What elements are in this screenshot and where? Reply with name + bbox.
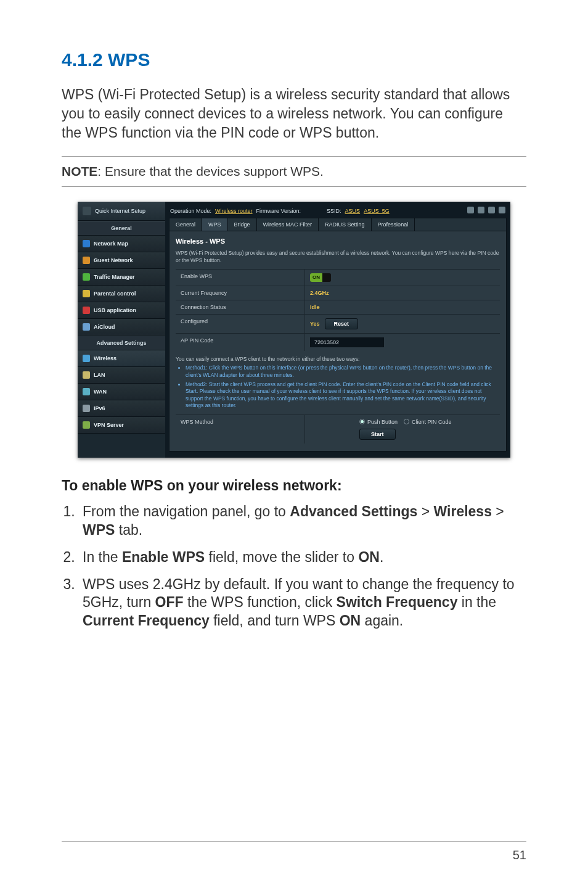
sidebar-group-general: General — [78, 221, 165, 236]
sidebar-item-aicloud[interactable]: AiCloud — [78, 319, 165, 336]
sidebar-item-lan[interactable]: LAN — [78, 367, 165, 384]
ssid-1[interactable]: ASUS — [345, 208, 361, 214]
qis-label: Quick Internet Setup — [95, 208, 145, 214]
tab-radius[interactable]: RADIUS Setting — [319, 218, 372, 231]
step-text: field, and turn WPS — [210, 613, 340, 629]
fw-label: Firmware Version: — [256, 208, 301, 214]
current-frequency-value: 2.4GHz — [310, 290, 329, 296]
traffic-icon — [83, 273, 90, 281]
quick-internet-setup[interactable]: Quick Internet Setup — [78, 202, 165, 221]
vpn-icon — [83, 421, 90, 429]
section-heading: 4.1.2 WPS — [62, 49, 526, 70]
method2-text: Method2: Start the client WPS process an… — [186, 381, 500, 410]
panel-description: WPS (Wi-Fi Protected Setup) provides eas… — [176, 250, 500, 264]
howto-heading: To enable WPS on your wireless network: — [62, 477, 526, 494]
wps-panel: Wireless - WPS WPS (Wi-Fi Protected Setu… — [169, 231, 507, 452]
note-text: : Ensure that the devices support WPS. — [97, 164, 324, 178]
step-bold: WPS — [83, 522, 115, 538]
row-enable-wps: Enable WPS ON — [176, 269, 500, 286]
ap-pin-label: AP PIN Code — [176, 334, 305, 351]
sidebar-group-advanced: Advanced Settings — [78, 336, 165, 350]
step-text: > — [417, 503, 433, 519]
network-icon — [83, 240, 90, 247]
copy-icon[interactable] — [478, 207, 484, 213]
main-panel: Operation Mode: Wireless router Firmware… — [165, 202, 510, 458]
row-configured: Configured Yes Reset — [176, 314, 500, 333]
opmode-link[interactable]: Wireless router — [215, 208, 253, 214]
ap-pin-value: 72013502 — [310, 337, 384, 347]
enable-wps-label: Enable WPS — [176, 270, 305, 286]
sidebar-item-label: LAN — [94, 372, 105, 378]
step-bold: Wireless — [434, 503, 492, 519]
step-text: tab. — [115, 522, 142, 538]
toggle-knob — [322, 273, 331, 282]
sidebar-item-ipv6[interactable]: IPv6 — [78, 400, 165, 417]
power-icon[interactable] — [499, 207, 505, 213]
tab-bridge[interactable]: Bridge — [228, 218, 257, 231]
opbar-icons — [467, 207, 505, 213]
step-1: From the navigation panel, go to Advance… — [79, 503, 526, 540]
tab-wps[interactable]: WPS — [202, 218, 228, 231]
step-text: In the — [83, 549, 122, 565]
steps-list: From the navigation panel, go to Advance… — [62, 503, 526, 630]
router-screenshot: Quick Internet Setup General Network Map… — [78, 202, 510, 458]
wps-method-label: WPS Method — [176, 415, 305, 444]
two-ways-text: You can easily connect a WPS client to t… — [176, 351, 500, 410]
tab-professional[interactable]: Professional — [372, 218, 415, 231]
sidebar-item-parental-control[interactable]: Parental control — [78, 286, 165, 302]
wand-icon — [83, 207, 91, 215]
row-ap-pin: AP PIN Code 72013502 — [176, 333, 500, 351]
tab-mac-filter[interactable]: Wireless MAC Filter — [257, 218, 319, 231]
signal-icon[interactable] — [488, 207, 495, 213]
sidebar-item-label: Network Map — [94, 241, 128, 247]
current-frequency-label: Current Frequency — [176, 286, 305, 300]
user-icon[interactable] — [467, 207, 474, 213]
step-bold: Enable WPS — [122, 549, 205, 565]
connection-status-value: Idle — [310, 304, 320, 310]
step-text: again. — [361, 613, 403, 629]
sidebar-item-label: Guest Network — [94, 257, 133, 263]
divider — [62, 156, 526, 157]
start-button[interactable]: Start — [359, 429, 396, 440]
step-text: in the — [457, 594, 496, 610]
ipv6-icon — [83, 405, 90, 412]
opmode-label: Operation Mode: — [170, 208, 211, 214]
sidebar-item-guest-network[interactable]: Guest Network — [78, 252, 165, 269]
sidebar-item-wireless[interactable]: Wireless — [78, 350, 165, 367]
sidebar-item-label: Wireless — [94, 355, 116, 361]
tabs: General WPS Bridge Wireless MAC Filter R… — [169, 218, 507, 231]
sidebar-item-label: AiCloud — [94, 324, 115, 330]
radio-push-button[interactable] — [359, 419, 365, 424]
step-bold: Switch Frequency — [337, 594, 458, 610]
step-text: field, move the slider to — [205, 549, 358, 565]
note-line: NOTE: Ensure that the devices support WP… — [62, 164, 526, 179]
wifi-icon — [83, 355, 90, 362]
step-text: . — [380, 549, 383, 565]
row-wps-method: WPS Method Push Button Client PIN Code S… — [176, 415, 500, 444]
sidebar-item-network-map[interactable]: Network Map — [78, 236, 165, 252]
ssid-2[interactable]: ASUS_5G — [364, 208, 390, 214]
sidebar-item-vpn-server[interactable]: VPN Server — [78, 417, 165, 434]
page-number: 51 — [513, 848, 526, 862]
radio-pin-label: Client PIN Code — [412, 419, 452, 425]
operation-bar: Operation Mode: Wireless router Firmware… — [169, 205, 507, 218]
sidebar-item-wan[interactable]: WAN — [78, 384, 165, 400]
parental-icon — [83, 290, 90, 297]
step-3: WPS uses 2.4GHz by default. If you want … — [79, 576, 526, 631]
enable-wps-toggle[interactable]: ON — [310, 273, 331, 282]
connection-status-label: Connection Status — [176, 300, 305, 314]
step-bold: Current Frequency — [83, 613, 210, 629]
divider — [62, 186, 526, 187]
sidebar-item-traffic-manager[interactable]: Traffic Manager — [78, 269, 165, 286]
step-bold: Advanced Settings — [290, 503, 417, 519]
step-text: the WPS function, click — [184, 594, 337, 610]
method1-text: Method1: Click the WPS button on this in… — [186, 365, 500, 379]
radio-client-pin[interactable] — [404, 419, 409, 424]
sidebar-item-label: WAN — [94, 389, 107, 395]
reset-button[interactable]: Reset — [325, 318, 359, 329]
tab-general[interactable]: General — [169, 218, 202, 231]
sidebar-item-usb-application[interactable]: USB application — [78, 302, 165, 319]
step-text: > — [492, 503, 504, 519]
panel-title: Wireless - WPS — [176, 236, 500, 250]
section-intro: WPS (Wi-Fi Protected Setup) is a wireles… — [62, 85, 526, 142]
